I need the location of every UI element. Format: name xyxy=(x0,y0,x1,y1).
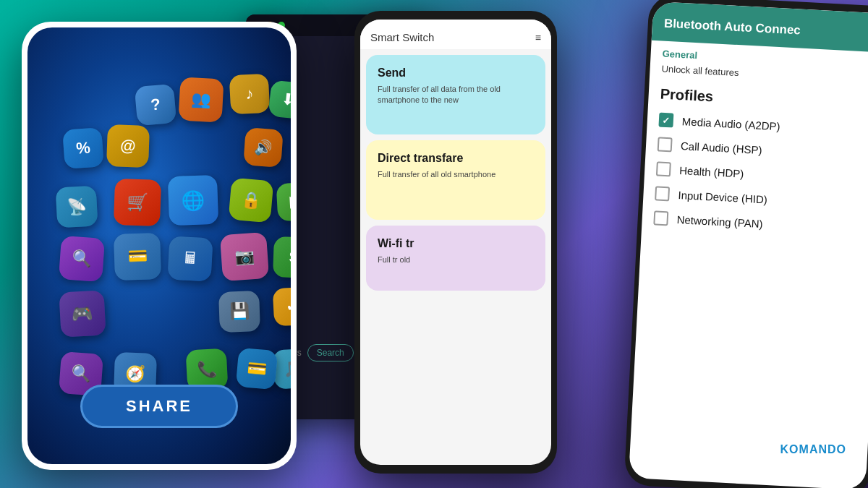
percent-icon: % xyxy=(62,127,104,169)
people-icon: 👥 xyxy=(178,77,224,122)
phone-mid: Smart Switch ≡ Send Full transfer of all… xyxy=(354,11,557,474)
komando-show-text: SHOW xyxy=(780,456,846,466)
profile-label-networking: Networking (PAN) xyxy=(676,213,763,229)
phone-right: Bluetooth Auto Connec General Unlock all… xyxy=(624,0,868,488)
dollar-icon: $ xyxy=(273,236,291,278)
play-icon: ▶ xyxy=(276,182,291,222)
music-icon: ♪ xyxy=(229,74,271,115)
phone-left: ? 👥 ♪ ⬇ % @ 🔊 📡 🛒 🌐 🔒 ▶ 🔍 💳 🖩 📷 $ ✓ 🎮 🔍 … xyxy=(22,22,297,470)
card-send-desc: Full transfer of all data from the old s… xyxy=(378,84,534,106)
question-icon: ? xyxy=(135,84,177,127)
volume-icon: 🔊 xyxy=(243,127,284,168)
cart-icon: 🛒 xyxy=(114,179,161,226)
globe-icon: 🌐 xyxy=(168,175,218,226)
card2-icon: 💳 xyxy=(236,348,278,390)
phone-left-screen: ? 👥 ♪ ⬇ % @ 🔊 📡 🛒 🌐 🔒 ▶ 🔍 💳 🖩 📷 $ ✓ 🎮 🔍 … xyxy=(27,27,291,464)
check-icon: ✓ xyxy=(273,287,291,327)
card-direct-title: Direct transfare xyxy=(378,152,534,165)
phone-right-screen: Bluetooth Auto Connec General Unlock all… xyxy=(629,1,868,488)
bt-profiles-title: Profiles xyxy=(660,86,868,114)
card-wifi-title: Wi-fi tr xyxy=(378,237,534,250)
profile-label-health: Health (HDP) xyxy=(679,164,744,180)
disk-icon: 💾 xyxy=(218,291,260,333)
search-button-mid[interactable]: Search xyxy=(307,344,354,361)
phone-mid-screen: Smart Switch ≡ Send Full transfer of all… xyxy=(360,20,551,465)
profile-item-call-audio[interactable]: Call Audio (HSP) xyxy=(658,137,868,162)
profile-label-call-audio: Call Audio (HSP) xyxy=(681,140,762,156)
lock-icon: 🔒 xyxy=(229,178,274,223)
camera-icon: 📷 xyxy=(220,232,269,281)
share-button[interactable]: SHARE xyxy=(80,385,238,428)
rss-icon: 📡 xyxy=(56,186,98,228)
card-icon: 💳 xyxy=(114,233,161,281)
profile-checkbox-call-audio[interactable] xyxy=(658,137,673,152)
icons-cluster: ? 👥 ♪ ⬇ % @ 🔊 📡 🛒 🌐 🔒 ▶ 🔍 💳 🖩 📷 $ ✓ 🎮 🔍 … xyxy=(42,71,288,411)
card-wifi[interactable]: Wi-fi tr Full tr old xyxy=(366,226,545,291)
at-icon: @ xyxy=(106,124,150,168)
calc-icon: 🖩 xyxy=(167,236,213,281)
bt-app-title: Bluetooth Auto Connec xyxy=(663,17,868,42)
download-icon: ⬇ xyxy=(268,80,291,120)
komando-the-text: THE xyxy=(780,435,846,443)
card-send[interactable]: Send Full transfer of all data from the … xyxy=(366,55,545,134)
card-direct[interactable]: Direct transfare Full transfer of all ol… xyxy=(366,140,545,220)
profile-item-media-audio[interactable]: Media Audio (A2DP) xyxy=(658,112,868,137)
profile-checkbox-input-device[interactable] xyxy=(655,186,670,201)
profile-item-input-device[interactable]: Input Device (HID) xyxy=(655,186,868,211)
profile-item-health[interactable]: Health (HDP) xyxy=(656,161,868,187)
hamburger-icon[interactable]: ≡ xyxy=(535,32,541,43)
game-icon: 🎮 xyxy=(59,290,106,337)
komando-logo: THE KOMANDO SHOW xyxy=(780,435,846,466)
card-direct-desc: Full transfer of all old smartphone xyxy=(378,169,534,180)
profile-label-input-device: Input Device (HID) xyxy=(678,189,767,205)
profile-item-networking[interactable]: Networking (PAN) xyxy=(653,210,868,236)
profile-checkbox-media-audio[interactable] xyxy=(658,112,673,127)
profile-label-media-audio: Media Audio (A2DP) xyxy=(681,115,780,132)
smart-switch-title: Smart Switch xyxy=(370,31,434,43)
komando-main-text: KOMANDO xyxy=(780,443,846,456)
bt-content: General Unlock all features Profiles Med… xyxy=(641,40,868,254)
smart-switch-header: Smart Switch ≡ xyxy=(360,20,551,49)
search-app-icon: 🔍 xyxy=(59,236,105,282)
card-wifi-desc: Full tr old xyxy=(378,254,534,265)
profile-checkbox-health[interactable] xyxy=(656,161,671,176)
profile-checkbox-networking[interactable] xyxy=(653,210,668,226)
card-send-title: Send xyxy=(378,67,534,80)
